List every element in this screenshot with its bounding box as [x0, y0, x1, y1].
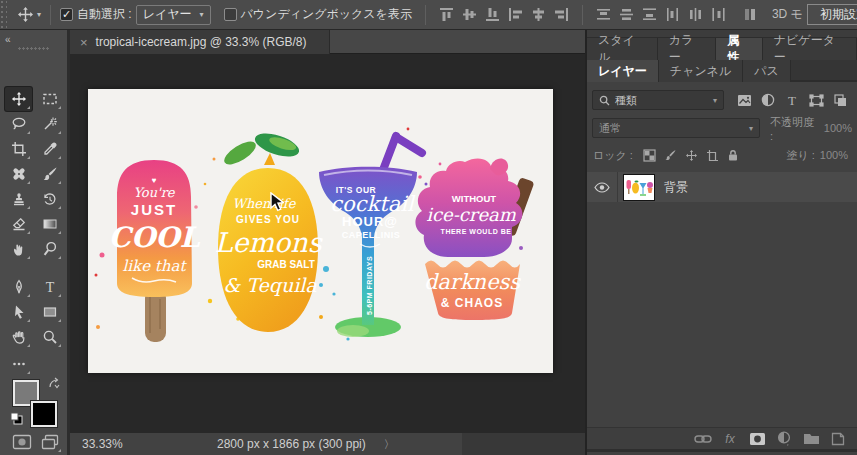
auto-select-label: 自動選択 : [77, 6, 132, 23]
filter-shape-layers-icon[interactable] [804, 90, 828, 110]
quick-mask-button[interactable] [8, 430, 35, 454]
align-bottom-icon[interactable] [484, 6, 501, 23]
svg-text:CAPELLINIS: CAPELLINIS [342, 230, 401, 240]
layer-thumbnail[interactable] [624, 175, 654, 200]
tool-move[interactable] [5, 87, 32, 111]
background-color-swatch[interactable] [31, 401, 57, 427]
chevron-down-icon: ▾ [749, 124, 753, 133]
link-layers-icon[interactable] [694, 431, 712, 447]
tool-eyedropper[interactable] [36, 137, 63, 161]
filter-type-layers-icon[interactable]: T [780, 90, 804, 110]
separator [582, 5, 583, 25]
distribute-right-icon[interactable] [710, 6, 727, 23]
layer-style-fx-icon[interactable]: fx [721, 431, 739, 447]
tool-shape[interactable] [36, 300, 63, 324]
tab-layers[interactable]: レイヤー [587, 60, 659, 82]
lock-all-icon[interactable] [723, 147, 744, 163]
svg-text:You're: You're [133, 185, 175, 200]
align-right-icon[interactable] [553, 6, 570, 23]
canvas[interactable]: ♥ You're JUST COOL like that When life G… [88, 89, 553, 373]
new-group-folder-icon[interactable] [802, 431, 820, 447]
bbox-label: バウンディングボックスを表示 [241, 6, 412, 23]
lock-transparency-icon[interactable] [639, 147, 660, 163]
tool-preset-caret[interactable]: ▾ [37, 10, 41, 19]
blend-mode-dropdown[interactable]: 通常 ▾ [592, 118, 760, 138]
bbox-checkbox[interactable] [224, 8, 237, 21]
filter-adjustment-layers-icon[interactable] [756, 90, 780, 110]
tool-smudge[interactable] [5, 237, 32, 261]
lock-artboard-icon[interactable] [702, 147, 723, 163]
fill-value[interactable]: 100% [820, 149, 848, 161]
align-top-icon[interactable] [438, 6, 455, 23]
svg-text:When life: When life [233, 196, 297, 211]
tool-marquee[interactable] [36, 87, 63, 111]
toolbar-collapse-button[interactable]: « [5, 34, 10, 45]
layer-row-background[interactable]: 背景 [587, 172, 857, 202]
fill-label: 塗り : [786, 148, 814, 163]
toolbar-grip[interactable] [18, 47, 50, 51]
opacity-value[interactable]: 100% [824, 122, 852, 134]
align-left-icon[interactable] [507, 6, 524, 23]
svg-text:T: T [788, 93, 796, 107]
align-vcenter-icon[interactable] [461, 6, 478, 23]
screen-mode-button[interactable] [36, 430, 63, 454]
layer-name[interactable]: 背景 [664, 179, 688, 196]
lock-pixels-icon[interactable] [660, 147, 681, 163]
distribute-bottom-icon[interactable] [641, 6, 658, 23]
tool-pen[interactable] [5, 275, 32, 299]
align-hcenter-icon[interactable] [530, 6, 547, 23]
tool-gradient[interactable] [36, 212, 63, 236]
tool-hand[interactable] [5, 325, 32, 349]
distribute-left-icon[interactable] [664, 6, 681, 23]
swap-colors-icon[interactable] [47, 377, 61, 391]
tool-lasso[interactable] [5, 112, 32, 136]
svg-text:WITHOUT: WITHOUT [452, 193, 497, 204]
layer-visibility-eye-icon[interactable] [594, 182, 610, 193]
tool-dodge[interactable] [36, 237, 63, 261]
tab-styles[interactable]: スタイル [587, 38, 658, 60]
tab-color[interactable]: カラー [658, 38, 717, 60]
panel-bottom-strip [587, 449, 857, 452]
search-icon [599, 95, 610, 106]
new-layer-icon[interactable] [829, 431, 847, 447]
add-layer-mask-icon[interactable] [748, 431, 766, 447]
filter-smart-objects-icon[interactable] [828, 90, 852, 110]
distribute-vcenter-icon[interactable] [618, 6, 635, 23]
new-adjustment-layer-icon[interactable] [775, 431, 793, 447]
tab-navigator[interactable]: ナビゲーター [763, 38, 857, 60]
lemon-illustration: When life GIVES YOU Lemons GRAB SALT & T… [214, 129, 323, 332]
tab-properties[interactable]: 属性 [716, 38, 762, 60]
svg-text:Lemons: Lemons [214, 227, 323, 258]
status-chevron-icon[interactable]: 〉 [384, 437, 395, 452]
tool-magic-wand[interactable] [36, 112, 63, 136]
tab-channels[interactable]: チャンネル [659, 60, 743, 82]
layer-filter-dropdown[interactable]: 種類 ▾ [592, 90, 724, 110]
edit-toolbar-button[interactable] [5, 352, 32, 376]
auto-select-checkbox[interactable]: ✓ [60, 8, 73, 21]
tab-paths[interactable]: パス [743, 60, 791, 82]
document-tab[interactable]: × tropical-icecream.jpg @ 33.3% (RGB/8) [70, 30, 330, 54]
tab-close-icon[interactable]: × [80, 35, 88, 50]
lock-position-icon[interactable] [681, 147, 702, 163]
tool-history-brush[interactable] [36, 187, 63, 211]
distribute-top-icon[interactable] [595, 6, 612, 23]
tool-type[interactable]: T [36, 275, 63, 299]
tool-zoom[interactable] [36, 325, 63, 349]
tool-crop[interactable] [5, 137, 32, 161]
tool-clone-stamp[interactable] [5, 187, 32, 211]
tool-brush[interactable] [36, 162, 63, 186]
workspace-switcher[interactable]: 初期設定 [807, 4, 857, 25]
zoom-level-field[interactable]: 33.33% [82, 437, 140, 451]
default-colors-icon[interactable] [10, 411, 23, 424]
svg-text:THERE WOULD BE: THERE WOULD BE [441, 228, 512, 235]
svg-text:T: T [45, 280, 54, 295]
auto-select-dropdown[interactable]: レイヤー▾ [136, 5, 211, 25]
distribute-spacing-icon[interactable] [742, 6, 759, 23]
distribute-hcenter-icon[interactable] [687, 6, 704, 23]
tool-healing-brush[interactable] [5, 162, 32, 186]
filter-pixel-layers-icon[interactable] [732, 90, 756, 110]
layers-panel: 種類 ▾ T 通常 ▾ 不透明度 : 100% ロック : [587, 89, 857, 452]
options-bar-grip[interactable] [0, 0, 7, 30]
tool-path-selection[interactable] [5, 300, 32, 324]
tool-eraser[interactable] [5, 212, 32, 236]
